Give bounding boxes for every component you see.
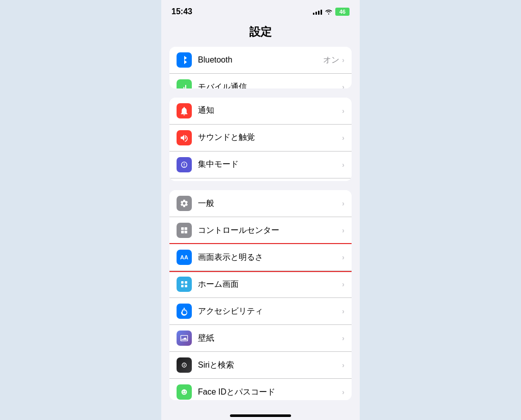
- settings-row-focus[interactable]: 集中モード ›: [169, 152, 352, 178]
- faceid-chevron: ›: [342, 388, 344, 396]
- settings-row-siri[interactable]: Siriと検索 ›: [169, 352, 352, 379]
- settings-row-sounds[interactable]: サウンドと触覚 ›: [169, 125, 352, 152]
- faceid-label: Face IDとパスコード: [198, 387, 342, 398]
- settings-row-controlcenter[interactable]: コントロールセンター ›: [169, 217, 352, 244]
- homescreen-label: ホーム画面: [198, 279, 342, 290]
- scroll-content: Bluetooth オン › モバイル通信 › 通知 ›: [161, 47, 360, 410]
- display-icon: AA: [177, 250, 192, 265]
- bluetooth-chevron: ›: [342, 56, 344, 64]
- status-bar: 15:43 46: [161, 0, 360, 19]
- settings-group-system: 一般 › コントロールセンター › AA 画面表示と明るさ › ホーム画面: [169, 190, 352, 400]
- home-bar: [230, 414, 291, 417]
- general-label: 一般: [198, 198, 342, 209]
- page-title: 設定: [249, 19, 272, 47]
- phone-container: 15:43 46 設定: [161, 0, 360, 420]
- wallpaper-label: 壁紙: [198, 333, 342, 344]
- svg-point-13: [184, 365, 185, 366]
- settings-group-connectivity: Bluetooth オン › モバイル通信 ›: [169, 47, 352, 88]
- svg-rect-3: [181, 227, 184, 230]
- controlcenter-label: コントロールセンター: [198, 225, 342, 236]
- status-icons: 46: [313, 8, 350, 16]
- settings-row-bluetooth[interactable]: Bluetooth オン ›: [169, 47, 352, 74]
- general-icon: [177, 196, 192, 211]
- settings-row-general[interactable]: 一般 ›: [169, 190, 352, 217]
- settings-row-notifications[interactable]: 通知 ›: [169, 98, 352, 125]
- siri-icon: [177, 357, 192, 373]
- general-chevron: ›: [342, 199, 344, 207]
- notifications-label: 通知: [198, 105, 342, 116]
- svg-rect-10: [185, 285, 187, 288]
- status-time: 15:43: [171, 7, 192, 16]
- wifi-icon: [325, 9, 333, 15]
- svg-rect-9: [181, 285, 184, 288]
- bluetooth-label: Bluetooth: [198, 55, 323, 65]
- homescreen-chevron: ›: [342, 280, 344, 288]
- notifications-chevron: ›: [342, 107, 344, 115]
- battery-level: 46: [339, 9, 345, 15]
- svg-rect-8: [185, 281, 187, 284]
- settings-row-screentime[interactable]: スクリーンタイム ›: [169, 178, 352, 182]
- focus-icon: [177, 157, 192, 172]
- settings-row-homescreen[interactable]: ホーム画面 ›: [169, 271, 352, 298]
- accessibility-label: アクセシビリティ: [198, 306, 342, 317]
- sounds-chevron: ›: [342, 134, 344, 142]
- svg-rect-7: [181, 281, 184, 284]
- accessibility-chevron: ›: [342, 307, 344, 315]
- svg-rect-4: [185, 227, 187, 230]
- faceid-icon: [177, 384, 192, 400]
- settings-row-display[interactable]: AA 画面表示と明るさ ›: [169, 244, 352, 271]
- homescreen-icon: [177, 277, 192, 292]
- svg-rect-5: [181, 231, 184, 233]
- settings-row-mobile[interactable]: モバイル通信 ›: [169, 74, 352, 88]
- bluetooth-icon: [177, 52, 192, 68]
- mobile-icon: [177, 79, 192, 88]
- svg-rect-1: [184, 87, 185, 88]
- sounds-icon: [177, 130, 192, 145]
- focus-label: 集中モード: [198, 159, 342, 170]
- settings-row-accessibility[interactable]: アクセシビリティ ›: [169, 298, 352, 325]
- notifications-icon: [177, 103, 192, 118]
- signal-bars-icon: [313, 9, 322, 15]
- siri-label: Siriと検索: [198, 360, 342, 371]
- mobile-label: モバイル通信: [198, 82, 342, 88]
- siri-chevron: ›: [342, 361, 344, 369]
- controlcenter-icon: [177, 223, 192, 238]
- settings-row-faceid[interactable]: Face IDとパスコード ›: [169, 379, 352, 400]
- settings-group-alerts: 通知 › サウンドと触覚 › 集中モード ›: [169, 98, 352, 182]
- bluetooth-value: オン: [323, 55, 339, 66]
- sounds-label: サウンドと触覚: [198, 132, 342, 143]
- svg-point-11: [184, 308, 185, 310]
- accessibility-icon: [177, 304, 192, 319]
- svg-rect-6: [185, 231, 187, 233]
- battery-icon: 46: [335, 8, 350, 16]
- wallpaper-icon: [177, 331, 192, 346]
- svg-rect-2: [185, 85, 186, 88]
- wallpaper-chevron: ›: [342, 334, 344, 342]
- display-label: 画面表示と明るさ: [198, 252, 342, 263]
- focus-chevron: ›: [342, 161, 344, 169]
- display-chevron: ›: [342, 253, 344, 261]
- mobile-chevron: ›: [342, 83, 344, 88]
- settings-row-wallpaper[interactable]: 壁紙 ›: [169, 325, 352, 352]
- controlcenter-chevron: ›: [342, 226, 344, 234]
